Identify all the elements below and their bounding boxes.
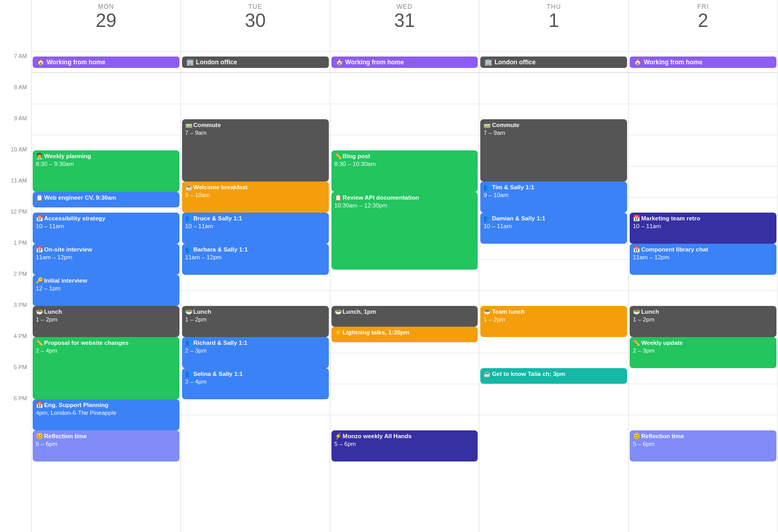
hour-line [330,353,479,353]
event-time: 5 – 6pm [36,440,176,448]
event-block[interactable]: 👥Bruce & Sally 1:110 – 11am [182,213,329,244]
event-block[interactable]: 👥Selina & Sally 1:13 – 4pm [182,368,329,399]
time-label-10am: 10 AM [0,145,31,176]
event-block[interactable]: 🥗Lunch1 – 2pm [182,306,329,337]
event-block[interactable]: 📋Web engineer CV, 9:30am [33,192,179,207]
event-icon: 🚃 [483,122,491,128]
event-block[interactable]: 🚃Commute7 – 9am [480,119,627,181]
hour-line [32,135,180,135]
event-title: Lunch, 1pm [343,309,377,315]
hour-line [479,290,628,291]
event-icon: ☕ [483,371,491,377]
event-block[interactable]: ⚡Lightning talks, 1:30pm [331,327,478,342]
allday-event[interactable]: 🏢London office [480,57,627,68]
event-block[interactable]: 🧑‍💼Weekly planning8:30 – 9:30am [33,150,179,192]
event-block[interactable]: 🥗Team lunch1 – 2pm [480,306,627,337]
event-block[interactable]: 📋Review API documentation10:30am – 12:30… [331,192,478,270]
time-label-3pm: 3 PM [0,301,31,332]
event-title: Lunch [44,309,62,315]
event-icon: 😊 [36,433,43,439]
event-icon: ☕ [185,184,192,190]
allday-strip-0: 🏠Working from home [32,52,180,73]
event-block[interactable]: 🥗Lunch1 – 2pm [33,306,179,337]
event-block[interactable]: 🥗Lunch, 1pm [331,306,478,327]
event-title: Damian & Sally 1:1 [492,215,545,221]
event-block[interactable]: 👥Tim & Sally 1:19 – 10am [480,181,627,213]
hour-line [330,104,479,104]
event-icon: ✏️ [335,153,342,159]
event-time: 4pm, London-6-The Pineapple [36,409,176,417]
event-block[interactable]: 🔑Initial interview12 – 1pm [33,275,179,306]
hour-line [629,384,777,384]
event-block[interactable]: ☕Welcome breakfast9 – 10am [182,181,329,213]
event-block[interactable]: 🚃Commute7 – 9am [182,119,329,181]
event-title: On-site interview [44,246,92,253]
event-block[interactable]: 📅Component library chat11am – 12pm [630,244,776,275]
event-icon: 🥗 [483,309,491,315]
event-time: 2 – 3pm [633,347,773,355]
event-block[interactable]: 😊Reflection time5 – 6pm [630,430,776,461]
time-label-6pm: 6 PM [0,394,31,425]
event-time: 1 – 2pm [483,316,624,324]
event-title: Reflection time [44,433,87,439]
day-number: 30 [245,10,266,31]
day-number: 2 [698,10,708,31]
event-time: 5 – 6pm [335,440,475,448]
event-block[interactable]: 📅On-site interview11am – 12pm [33,244,179,275]
time-label-1pm: 1 PM [0,239,31,270]
allday-icon: 🏢 [484,59,492,66]
event-block[interactable]: ☕Get to know Talia ch; 3pm [480,368,627,384]
event-icon: 🔑 [36,277,43,284]
day-name: THU [547,3,561,10]
event-block[interactable]: ✏️Weekly update2 – 3pm [630,337,776,368]
allday-event[interactable]: 🏢London office [182,57,329,68]
event-block[interactable]: 📅Eng. Support Planning4pm, London-6-The … [33,399,179,430]
event-block[interactable]: 📅Marketing team retro10 – 11am [630,213,776,244]
hour-line [629,73,777,73]
event-title: Web engineer CV, 9:30am [44,194,116,201]
event-icon: 👥 [185,371,192,377]
event-title: Blog post [343,153,370,159]
hour-line [330,384,479,384]
allday-label: Working from home [47,59,105,66]
event-block[interactable]: ✏️Blog post8:30 – 10:30am [331,150,478,192]
day-body-0: 🧑‍💼Weekly planning8:30 – 9:30am📋Web engi… [32,73,180,532]
event-title: Lunch [641,309,659,315]
event-block[interactable]: ✏️Proposal for website changes2 – 4pm [33,337,179,399]
event-title: Bruce & Sally 1:1 [193,215,242,221]
event-time: 11am – 12pm [36,254,176,261]
time-label-7am: 7 AM [0,52,31,83]
event-title: Welcome breakfast [193,184,248,190]
event-block[interactable]: 👥Richard & Sally 1:12 – 3pm [182,337,329,368]
allday-event[interactable]: 🏠Working from home [33,57,179,68]
event-title: Proposal for website changes [44,340,129,346]
event-icon: 📅 [36,402,43,408]
event-icon: 📅 [633,246,640,253]
time-column: 7 AM8 AM9 AM10 AM11 AM12 PM1 PM2 PM3 PM4… [0,0,31,532]
event-block[interactable]: 😊Reflection time5 – 6pm [33,430,179,461]
event-block[interactable]: 👥Damian & Sally 1:110 – 11am [480,213,627,244]
hour-line [32,73,180,73]
event-block[interactable]: 🥗Lunch1 – 2pm [630,306,776,337]
day-number: 31 [394,10,415,31]
hour-line [629,290,777,291]
allday-event[interactable]: 🏠Working from home [630,57,776,68]
day-name: MON [98,3,114,10]
event-icon: 📅 [36,215,43,221]
event-icon: 🥗 [36,309,43,315]
event-block[interactable]: 👥Barbara & Sally 1:111am – 12pm [182,244,329,275]
day-name: TUE [248,3,262,10]
event-title: Marketing team retro [641,215,700,221]
event-icon: 🧑‍💼 [36,153,43,159]
event-block[interactable]: 📅Accessibility strategy10 – 11am [33,213,179,244]
hour-line [629,197,777,198]
allday-icon: 🏢 [186,59,194,66]
allday-event[interactable]: 🏠Working from home [331,57,478,68]
event-block[interactable]: ⚡Monzo weekly All Hands5 – 6pm [331,430,478,461]
event-title: Review API documentation [343,194,419,201]
event-time: 10 – 11am [36,222,176,230]
event-icon: 📅 [633,215,640,221]
event-title: Monzo weekly All Hands [343,433,412,439]
event-icon: 🥗 [335,309,342,315]
time-label-8am: 8 AM [0,83,31,114]
